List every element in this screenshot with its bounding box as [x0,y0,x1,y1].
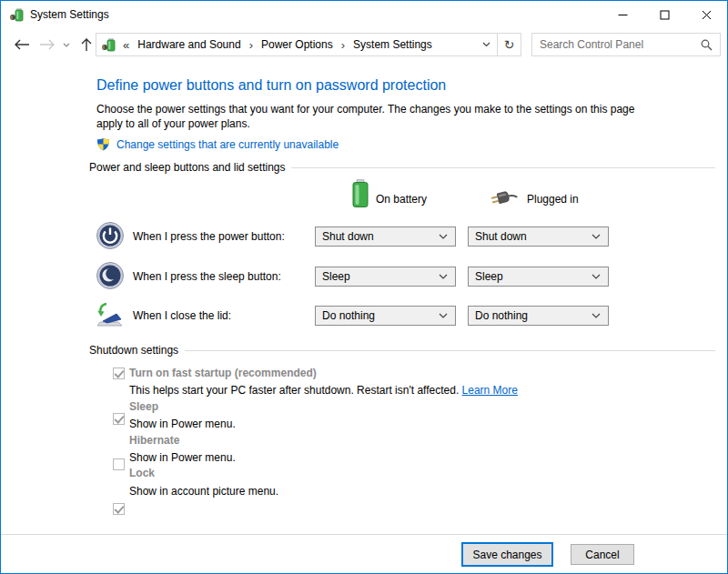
back-arrow-icon [14,39,30,50]
back-button[interactable] [8,32,35,57]
group-divider [185,350,715,351]
address-bar[interactable]: « Hardware and Sound › Power Options › S… [96,33,521,56]
fast-startup-label: Turn on fast startup (recommended) [129,367,317,379]
power-button-icon [96,221,125,250]
chevron-down-icon [482,42,490,47]
breadcrumb-item-system-settings[interactable]: System Settings [353,38,432,51]
breadcrumb-overflow-button[interactable]: « [123,38,129,52]
lock-label: Lock [129,467,155,479]
minimize-button[interactable] [602,1,643,28]
dropdown-value: Sleep [475,270,592,283]
chevron-down-icon [439,234,448,239]
sleep-label: Sleep [129,400,158,413]
search-input[interactable] [532,38,701,51]
power-button-row-label: When I press the power button: [133,230,285,243]
chevron-down-icon [592,313,601,318]
power-options-app-icon [9,7,24,22]
shutdown-settings-group-title: Shutdown settings [89,344,178,357]
dropdown-value: Shut down [322,230,439,243]
save-changes-button[interactable]: Save changes [461,542,553,567]
breadcrumb-separator-icon: › [249,38,253,52]
sleep-button-row-label: When I press the sleep button: [133,270,281,283]
learn-more-link[interactable]: Learn More [462,384,518,397]
column-header-on-battery: On battery [376,193,427,206]
sleep-button-on-battery-dropdown[interactable]: Sleep [315,267,456,287]
maximize-button[interactable] [643,1,685,28]
search-icon[interactable] [701,39,713,51]
chevron-down-icon [592,274,601,279]
power-button-on-battery-dropdown[interactable]: Shut down [315,227,456,247]
change-unavailable-settings-link[interactable]: Change settings that are currently unava… [116,138,339,151]
hibernate-label: Hibernate [129,434,179,447]
close-lid-on-battery-dropdown[interactable]: Do nothing [315,306,456,326]
sleep-button-plugged-in-dropdown[interactable]: Sleep [468,267,609,287]
sleep-description: Show in Power menu. [129,417,236,431]
dropdown-value: Do nothing [322,309,439,322]
power-buttons-group-title: Power and sleep buttons and lid settings [89,161,285,174]
page-title: Define power buttons and turn on passwor… [96,77,446,94]
window-title: System Settings [30,8,109,21]
forward-button[interactable] [35,32,59,57]
recent-pages-button[interactable] [59,32,74,57]
power-button-plugged-in-dropdown[interactable]: Shut down [468,227,609,247]
power-buttons-group-header: Power and sleep buttons and lid settings [89,161,715,174]
shutdown-settings-group-header: Shutdown settings [89,344,715,357]
footer-bar: Save changes Cancel [1,534,727,573]
group-divider [291,167,715,168]
refresh-button[interactable]: ↻ [497,34,521,55]
column-header-plugged-in: Plugged in [527,193,579,206]
nav-buttons [8,28,99,61]
up-arrow-icon [81,38,92,52]
fast-startup-description: This helps start your PC faster after sh… [129,383,518,398]
chevron-down-icon [592,234,601,239]
dropdown-value: Do nothing [475,309,592,322]
sleep-checkbox[interactable] [113,413,125,425]
plug-icon [490,187,520,207]
minimize-icon [618,10,628,20]
uac-shield-icon [96,137,110,151]
close-lid-plugged-in-dropdown[interactable]: Do nothing [468,306,609,326]
sleep-button-icon [96,261,125,290]
breadcrumb-item-power-options[interactable]: Power Options [261,38,333,51]
refresh-icon: ↻ [504,37,515,52]
close-icon [702,10,712,20]
lock-checkbox[interactable] [113,503,125,515]
lock-description: Show in account picture menu. [129,484,278,498]
hibernate-checkbox[interactable] [113,458,125,470]
chevron-down-icon [439,313,448,318]
close-button[interactable] [685,1,727,28]
power-options-location-icon [101,37,116,52]
system-settings-window: { "window": { "title": "System Settings"… [0,0,728,574]
cancel-button[interactable]: Cancel [571,544,634,565]
dropdown-value: Shut down [475,230,592,243]
main-content: Define power buttons and turn on passwor… [1,61,727,535]
uac-link-row: Change settings that are currently unava… [96,137,339,151]
close-lid-row-label: When I close the lid: [133,309,231,322]
maximize-icon [660,10,670,20]
breadcrumb-item-hardware-and-sound[interactable]: Hardware and Sound [137,38,240,51]
hibernate-description: Show in Power menu. [129,450,236,465]
breadcrumb-separator-icon: › [341,38,345,52]
intro-text: Choose the power settings that you want … [96,102,642,131]
chevron-down-icon [439,274,448,279]
navigation-bar: « Hardware and Sound › Power Options › S… [1,28,727,61]
battery-icon [351,179,369,208]
address-dropdown-button[interactable] [475,34,497,55]
fast-startup-description-text: This helps start your PC faster after sh… [129,384,459,397]
search-box [531,33,721,56]
lid-icon [96,300,125,329]
forward-arrow-icon [39,39,56,50]
chevron-down-icon [63,43,70,47]
window-controls [602,1,727,28]
fast-startup-checkbox[interactable] [113,368,125,379]
title-bar: System Settings [1,1,727,28]
dropdown-value: Sleep [322,270,439,283]
